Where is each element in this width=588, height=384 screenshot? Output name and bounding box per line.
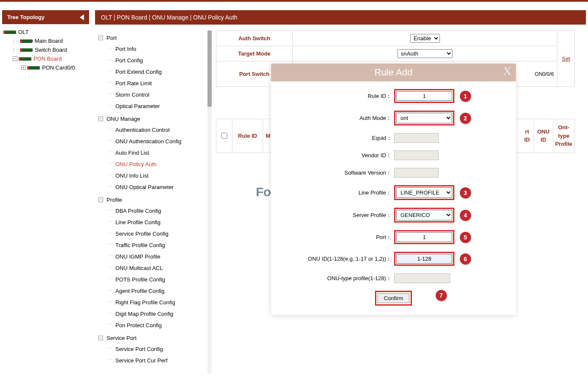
tree-node-olt[interactable]: OLT xyxy=(4,28,87,36)
nav-item-onu-optical[interactable]: ONU Optical Parameter xyxy=(98,181,207,193)
board-icon xyxy=(20,57,31,61)
annotation-badge-6: 6 xyxy=(460,253,471,264)
card-icon xyxy=(28,66,40,70)
nav-item-port-rate[interactable]: Port Rate Limit xyxy=(98,78,207,89)
collapse-icon[interactable] xyxy=(98,336,103,340)
rule-id-label: Rule ID： xyxy=(284,92,394,100)
col-onu-id: ONUID xyxy=(534,119,553,153)
sw-version-label: Software Version： xyxy=(284,169,394,177)
tree-node-pon-board[interactable]: PON Board xyxy=(4,54,87,63)
rule-id-input[interactable] xyxy=(396,91,452,101)
main-content: OLT | PON Board | ONU Manage | ONU Polic… xyxy=(95,10,586,373)
nav-item-port-extend[interactable]: Port Extend Config xyxy=(98,66,207,78)
nav-item-digit-map[interactable]: Digit Map Profile Config xyxy=(98,308,207,320)
nav-item-igmp[interactable]: ONU IGMP Profile xyxy=(98,251,207,262)
sw-version-input xyxy=(394,168,439,178)
set-button[interactable]: Set xyxy=(562,56,570,62)
collapse-icon[interactable] xyxy=(98,117,103,121)
auth-mode-select[interactable]: ont xyxy=(396,113,452,123)
data-area: Foro⌒ISP Auth Switch Enable Set Target M… xyxy=(216,31,586,373)
tree-topology-sidebar: Tree Topology OLT ∣ − Main Board ∣ − Swi… xyxy=(2,10,89,373)
equid-input xyxy=(394,133,439,143)
confirm-button[interactable]: Confirm xyxy=(378,293,410,303)
nav-item-dba[interactable]: DBA Profile Config xyxy=(98,205,207,217)
col-ont-type: Ont-typeProfile xyxy=(553,119,574,153)
secondary-nav: Port Port Info Port Config Port Extend C… xyxy=(95,31,207,373)
nav-group-onu-manage[interactable]: ONU Manage xyxy=(98,114,207,124)
nav-item-pon-protect[interactable]: Pon Protect Config xyxy=(98,320,207,331)
nav-item-optical[interactable]: Optical Parameter xyxy=(98,100,207,112)
nav-item-traffic-profile[interactable]: Traffic Profile Config xyxy=(98,239,207,251)
nav-item-onu-policy-auth[interactable]: ONU Policy Auth xyxy=(98,159,207,170)
server-profile-select[interactable]: GENERICO xyxy=(396,210,452,220)
nav-group-port[interactable]: Port xyxy=(98,33,207,43)
port-input[interactable] xyxy=(396,232,452,242)
nav-item-service-profile[interactable]: Service Profile Config xyxy=(98,228,207,239)
secondary-nav-container: Port Port Info Port Config Port Extend C… xyxy=(95,31,212,373)
olt-icon xyxy=(4,31,16,34)
onu-type-label: ONU-type profile(1-128)： xyxy=(284,275,394,282)
nav-item-storm[interactable]: Storm Control xyxy=(98,89,207,100)
tree-header: Tree Topology xyxy=(2,10,89,24)
tree-title: Tree Topology xyxy=(7,14,45,20)
line-profile-label: Line Profile： xyxy=(284,189,394,197)
nav-item-pots[interactable]: POTS Profile Config xyxy=(98,274,207,285)
tree-body: OLT ∣ − Main Board ∣ − Switch Board PON … xyxy=(2,24,89,75)
annotation-badge-7: 7 xyxy=(436,290,447,301)
onu-id-label: ONU ID(1-128(e.g.:1-17 or 1,2))： xyxy=(284,255,394,263)
line-profile-select[interactable]: LINE_PROFILE xyxy=(396,187,452,198)
vendor-id-label: Vendor ID： xyxy=(284,152,394,159)
board-icon xyxy=(21,48,33,52)
nav-group-service-port[interactable]: Service Port xyxy=(98,333,207,343)
expand-icon[interactable] xyxy=(21,65,26,70)
nav-item-multicast-acl[interactable]: ONU Multicast ACL xyxy=(98,262,207,274)
onu-id-input[interactable] xyxy=(396,254,452,264)
tree-node-pon-card[interactable]: PON Card0/0 xyxy=(4,63,87,72)
port-label: Port： xyxy=(284,234,394,241)
annotation-badge-1: 1 xyxy=(460,91,471,102)
equid-label: Equid： xyxy=(284,134,394,142)
collapse-icon[interactable] xyxy=(98,36,103,40)
modal-title: Rule Add xyxy=(375,67,412,78)
auth-mode-label: Auth Mode： xyxy=(284,114,394,122)
nav-item-auth-control[interactable]: Authentication Control xyxy=(98,124,207,136)
nav-group-profile[interactable]: Profile xyxy=(98,195,207,205)
annotation-badge-2: 2 xyxy=(460,113,471,124)
onu-type-input xyxy=(394,273,450,283)
target-mode-select[interactable]: snAuth xyxy=(398,49,453,58)
board-icon xyxy=(21,39,33,43)
port-switch-value: ON0/0/6 xyxy=(535,71,554,77)
rule-add-modal: Rule Add X Rule ID： 1 Auth Mode： xyxy=(271,64,516,315)
nav-item-onu-info[interactable]: ONU Info List xyxy=(98,170,207,181)
col-rule-id: Rule ID xyxy=(232,119,263,153)
auth-switch-label: Auth Switch xyxy=(216,31,293,46)
collapse-icon[interactable] xyxy=(98,198,103,202)
select-all-checkbox[interactable] xyxy=(221,133,227,139)
nav-item-sp-config[interactable]: Service Port Config xyxy=(98,343,207,355)
server-profile-label: Server Profile： xyxy=(284,211,394,219)
collapse-icon[interactable] xyxy=(13,56,17,61)
nav-item-agent[interactable]: Agent Profile Config xyxy=(98,285,207,297)
tree-node-main-board[interactable]: ∣ − Main Board xyxy=(4,36,87,45)
nav-item-right-flag[interactable]: Right Flag Profile Config xyxy=(98,297,207,308)
nav-item-port-info[interactable]: Port Info xyxy=(98,43,207,55)
nav-scrollbar-track[interactable] xyxy=(207,31,212,373)
nav-item-onu-auth-config[interactable]: ONU Authentication Config xyxy=(98,136,207,147)
nav-scrollbar-thumb[interactable] xyxy=(207,31,212,107)
auth-switch-select[interactable]: Enable xyxy=(410,34,440,43)
breadcrumb: OLT | PON Board | ONU Manage | ONU Polic… xyxy=(95,10,586,25)
annotation-badge-3: 3 xyxy=(460,187,471,198)
annotation-badge-4: 4 xyxy=(460,210,471,221)
col-rt-id: rtID xyxy=(521,119,534,153)
nav-item-port-config[interactable]: Port Config xyxy=(98,55,207,66)
vendor-id-input xyxy=(394,150,439,160)
target-mode-label: Target Mode xyxy=(216,46,293,61)
nav-item-sp-perf[interactable]: Service Port Cur Perf xyxy=(98,355,207,366)
nav-item-auto-find[interactable]: Auto Find List xyxy=(98,147,207,159)
nav-item-line-profile[interactable]: Line Profile Config xyxy=(98,217,207,228)
close-icon[interactable]: X xyxy=(503,64,512,78)
modal-title-bar: Rule Add X xyxy=(271,64,516,81)
tree-node-switch-board[interactable]: ∣ − Switch Board xyxy=(4,45,87,54)
collapse-icon[interactable] xyxy=(80,14,84,20)
annotation-badge-5: 5 xyxy=(460,232,471,243)
